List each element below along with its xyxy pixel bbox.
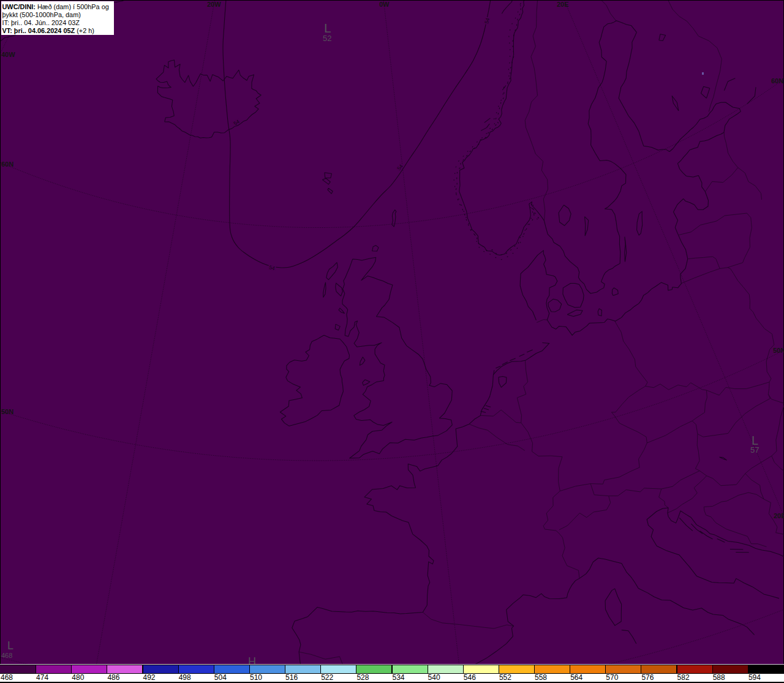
svg-text:54: 54: [396, 163, 404, 172]
svg-text:54: 54: [232, 118, 240, 127]
